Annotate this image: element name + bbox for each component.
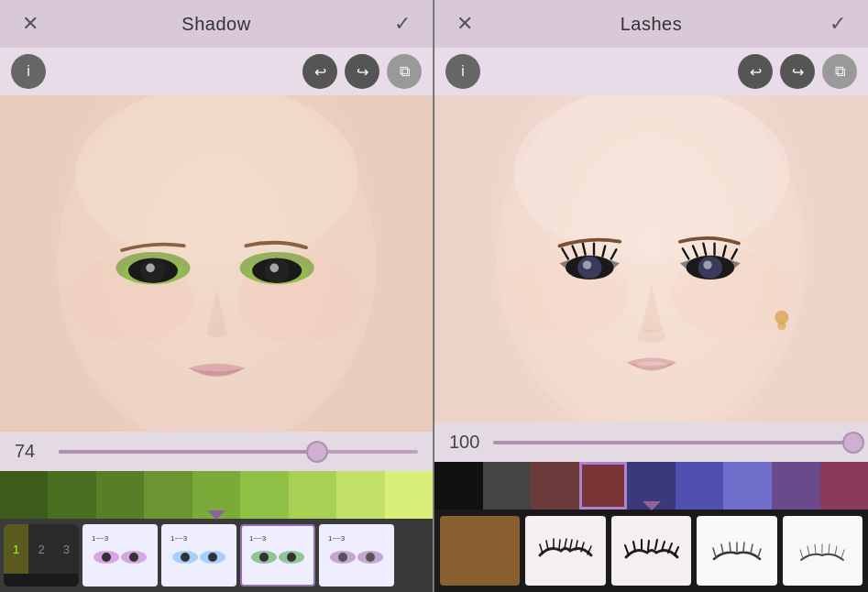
shadow-mirror-button[interactable]: ⧉ <box>387 54 422 89</box>
style-thumb-4-icon: 1~~3 <box>324 530 389 581</box>
lashes-palette-container <box>434 462 868 510</box>
lashes-slider-track[interactable] <box>493 441 853 444</box>
lashes-slider-area: 100 <box>434 422 868 462</box>
style-num-2[interactable]: 2 <box>28 524 53 574</box>
lashes-style-row <box>434 510 868 592</box>
lashes-undo-icon: ↩ <box>750 63 762 81</box>
lashes-color-4[interactable] <box>579 462 628 510</box>
shadow-slider-track[interactable] <box>59 450 418 454</box>
lashes-slider-value: 100 <box>449 432 482 453</box>
shadow-style-thumb-1[interactable]: 1~~3 <box>82 524 158 587</box>
info-icon: i <box>27 63 30 80</box>
lashes-style-5[interactable] <box>783 516 863 586</box>
lashes-slider-fill <box>493 441 853 444</box>
color-swatch-4[interactable] <box>144 471 192 519</box>
svg-text:1~~3: 1~~3 <box>328 534 346 543</box>
lashes-title: Lashes <box>621 14 683 35</box>
redo-icon: ↪ <box>357 63 368 81</box>
lashes-color-9[interactable] <box>820 462 869 510</box>
color-swatch-2[interactable] <box>48 471 95 519</box>
shadow-style-thumb-3[interactable]: 1~~3 <box>240 524 315 587</box>
lashes-mirror-button[interactable]: ⧉ <box>822 54 857 89</box>
lashes-color-2[interactable] <box>483 462 532 510</box>
lashes-color-8[interactable] <box>772 462 820 510</box>
shadow-face-image <box>0 95 433 432</box>
shadow-header: ✕ Shadow ✓ <box>0 0 433 48</box>
shadow-redo-button[interactable]: ↪ <box>345 54 379 89</box>
shadow-toolbar-right: ↩ ↪ ⧉ <box>302 54 422 89</box>
undo-icon: ↩ <box>314 63 326 81</box>
lashes-style-4[interactable] <box>697 516 776 586</box>
svg-point-28 <box>287 553 296 562</box>
color-swatch-6[interactable] <box>240 471 288 519</box>
shadow-confirm-button[interactable]: ✓ <box>387 8 418 39</box>
style-thumb-2-icon: 1~~3 <box>167 530 231 581</box>
lashes-style-3[interactable] <box>611 516 691 586</box>
svg-text:1~~3: 1~~3 <box>92 534 109 543</box>
shadow-undo-button[interactable]: ↩ <box>302 54 337 89</box>
lashes-header: ✕ Lashes ✓ <box>434 0 868 48</box>
style-thumb-3-icon: 1~~3 <box>246 530 310 581</box>
shadow-style-row: 1 2 3 1~~3 1~~3 <box>0 519 433 592</box>
svg-point-23 <box>208 553 217 562</box>
lashes-close-button[interactable]: ✕ <box>449 8 480 39</box>
lash-style-5-icon <box>792 537 852 565</box>
shadow-face-svg <box>0 95 433 432</box>
shadow-style-thumb-4[interactable]: 1~~3 <box>319 524 394 587</box>
svg-point-13 <box>269 264 279 273</box>
shadow-toolbar: i ↩ ↪ ⧉ <box>0 48 433 95</box>
shadow-palette-container <box>0 471 433 519</box>
lashes-face-area <box>434 95 868 422</box>
lashes-toolbar-right: ↩ ↪ ⧉ <box>738 54 857 89</box>
svg-point-18 <box>129 553 138 562</box>
style-num-3[interactable]: 3 <box>54 524 79 574</box>
lash-style-4-icon <box>707 537 767 565</box>
shadow-style-numbers: 1 2 3 <box>4 524 79 574</box>
color-swatch-3[interactable] <box>96 471 144 519</box>
color-swatch-7[interactable] <box>289 471 336 519</box>
shadow-slider-thumb[interactable] <box>306 441 328 463</box>
color-swatch-9[interactable] <box>385 471 433 519</box>
color-swatch-5[interactable] <box>192 471 240 519</box>
style-num-1[interactable]: 1 <box>4 524 28 574</box>
svg-point-27 <box>259 553 269 562</box>
lashes-style-2[interactable] <box>525 516 605 586</box>
shadow-panel: ✕ Shadow ✓ i ↩ ↪ ⧉ <box>0 0 434 592</box>
svg-text:1~~3: 1~~3 <box>249 534 267 543</box>
lashes-color-6[interactable] <box>676 462 724 510</box>
svg-point-8 <box>146 264 155 273</box>
lashes-redo-button[interactable]: ↪ <box>780 54 815 89</box>
svg-point-45 <box>703 260 711 269</box>
lashes-slider-thumb[interactable] <box>842 432 864 454</box>
shadow-slider-area: 74 <box>0 432 433 471</box>
style-thumb-1-icon: 1~~3 <box>88 530 152 581</box>
svg-point-17 <box>102 553 111 562</box>
svg-point-32 <box>338 553 347 562</box>
lashes-confirm-button[interactable]: ✓ <box>822 8 853 39</box>
lashes-color-7[interactable] <box>723 462 772 510</box>
lash-style-3-icon <box>621 537 682 565</box>
shadow-number-group: 1 2 3 <box>4 524 79 587</box>
lashes-face-svg <box>434 95 868 422</box>
svg-point-42 <box>583 260 591 269</box>
svg-point-33 <box>366 553 375 562</box>
lashes-toolbar: i ↩ ↪ ⧉ <box>434 48 868 95</box>
shadow-style-thumb-2[interactable]: 1~~3 <box>161 524 236 587</box>
svg-point-46 <box>636 361 667 368</box>
shadow-info-button[interactable]: i <box>11 54 46 89</box>
svg-point-22 <box>181 553 190 562</box>
lashes-mirror-icon: ⧉ <box>835 63 845 80</box>
lashes-undo-button[interactable]: ↩ <box>738 54 773 89</box>
color-swatch-1[interactable] <box>0 471 48 519</box>
color-swatch-8[interactable] <box>336 471 384 519</box>
lashes-color-3[interactable] <box>531 462 579 510</box>
lashes-color-5[interactable] <box>627 462 676 510</box>
shadow-close-button[interactable]: ✕ <box>15 8 46 39</box>
lashes-style-1[interactable] <box>440 516 520 586</box>
lashes-color-1[interactable] <box>434 462 483 510</box>
lashes-info-button[interactable]: i <box>445 54 480 89</box>
shadow-color-palette <box>0 471 433 519</box>
shadow-face-area <box>0 95 433 432</box>
lash-style-2-icon <box>535 537 596 565</box>
shadow-slider-fill <box>59 450 317 454</box>
